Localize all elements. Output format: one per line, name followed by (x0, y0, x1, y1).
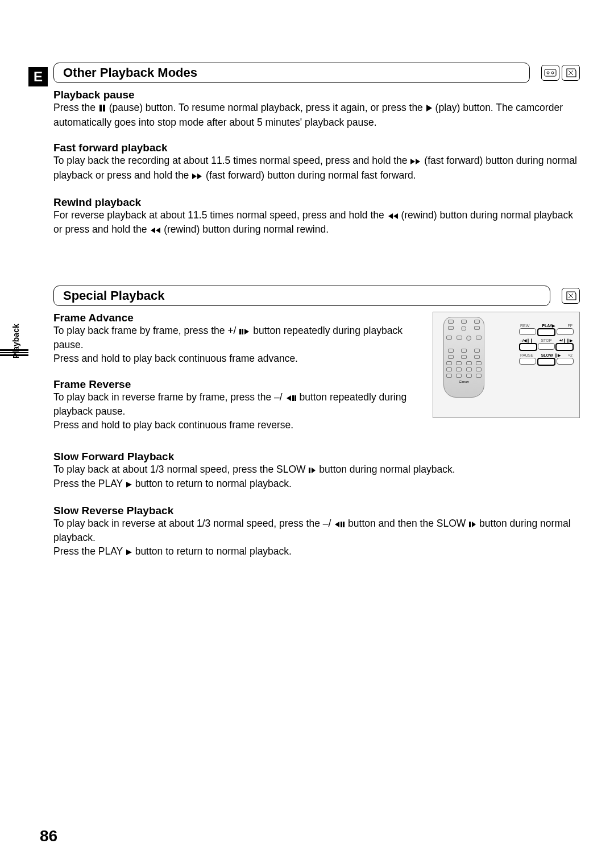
memory-card-icon (565, 291, 577, 301)
svg-marker-20 (244, 329, 249, 334)
svg-marker-9 (416, 159, 420, 164)
slow-forward-icon (308, 464, 316, 478)
play-icon (126, 546, 132, 560)
svg-rect-5 (99, 105, 102, 111)
svg-point-2 (551, 72, 554, 74)
text-slow-reverse: To play back in reverse at about 1/3 nor… (53, 517, 580, 560)
text-fragment: To play back in reverse at about 1/3 nor… (53, 518, 331, 529)
svg-rect-22 (292, 395, 294, 401)
text-fragment: Press and hold to play back continuous f… (53, 353, 298, 364)
label-slow: SLOW (541, 353, 553, 357)
text-fragment: For reverse playback at about 11.5 times… (53, 209, 387, 221)
svg-marker-25 (312, 468, 316, 473)
svg-rect-28 (341, 522, 342, 527)
frame-reverse-icon (285, 392, 297, 406)
text-fragment: (rewind) button during normal rewind. (164, 224, 329, 235)
svg-rect-6 (103, 105, 105, 111)
text-fragment: button during normal playback. (319, 464, 455, 475)
remote-control-illustration: Canon REW PLAY▶ FF –/◀❙❙ STOP +/❙❙▶ PAUS… (433, 312, 580, 418)
subheading-slow-forward: Slow Forward Playback (53, 450, 580, 463)
svg-point-1 (547, 72, 549, 74)
card-mode-icon (562, 288, 580, 304)
svg-marker-32 (126, 549, 132, 555)
pause-icon (98, 102, 106, 116)
label-stop: STOP (541, 338, 551, 343)
svg-marker-27 (335, 522, 339, 527)
remote-brand-label: Canon (444, 380, 484, 383)
section-title-other-playback: Other Playback Modes (53, 63, 530, 83)
remote-body-icon: Canon (443, 317, 484, 398)
text-fragment: Press the PLAY (53, 478, 126, 489)
play-icon (426, 102, 433, 116)
text-fragment: To play back the recording at about 11.5… (53, 155, 410, 166)
text-rewind: For reverse playback at about 11.5 times… (53, 209, 580, 238)
svg-marker-26 (126, 482, 132, 487)
svg-rect-23 (294, 395, 296, 401)
subheading-slow-reverse: Slow Reverse Playback (53, 505, 580, 517)
label-x2: ×2 (568, 353, 572, 358)
cassette-icon (544, 69, 557, 77)
section-title-special-playback: Special Playback (53, 286, 550, 306)
slow-forward-icon (468, 518, 476, 532)
page-number: 86 (40, 827, 57, 845)
text-fragment: Press and hold to play back continuous f… (53, 419, 293, 431)
text-playback-pause: Press the (pause) button. To resume norm… (53, 101, 580, 129)
svg-rect-19 (242, 329, 243, 334)
text-fragment: button to return to normal playback. (135, 545, 292, 557)
svg-marker-21 (287, 395, 291, 401)
label-rew: REW (520, 324, 529, 328)
text-fragment: button and then the SLOW (348, 518, 468, 529)
label-ff: FF (567, 324, 572, 328)
svg-rect-0 (545, 69, 556, 76)
svg-marker-11 (197, 173, 202, 179)
text-fast-forward: To play back the recording at about 11.5… (53, 154, 580, 183)
label-play: PLAY (542, 324, 552, 328)
text-fragment: To play back in reverse frame by frame, … (53, 391, 283, 403)
svg-marker-15 (151, 228, 155, 233)
svg-marker-12 (393, 213, 398, 219)
text-fragment: (fast forward) button during normal fast… (206, 170, 416, 181)
svg-rect-18 (239, 329, 241, 334)
memory-card-icon (565, 68, 577, 78)
frame-advance-icon (239, 325, 250, 339)
tape-mode-icon (541, 65, 559, 81)
label-frame-rev: –/ (520, 338, 524, 342)
rewind-icon (150, 224, 161, 238)
svg-marker-31 (472, 522, 476, 527)
text-fragment: Press the PLAY (53, 545, 126, 557)
fast-forward-icon (192, 170, 203, 184)
svg-marker-10 (192, 173, 197, 179)
label-frame-adv: +/ (559, 338, 563, 342)
card-mode-icon (562, 65, 580, 81)
svg-marker-14 (156, 228, 160, 233)
frame-reverse-icon (334, 518, 345, 532)
svg-marker-7 (426, 105, 432, 111)
svg-rect-24 (309, 468, 310, 473)
svg-marker-13 (388, 213, 393, 219)
label-pause: PAUSE (520, 353, 533, 358)
svg-rect-30 (469, 522, 471, 527)
text-fragment: (pause) button. To resume normal playbac… (109, 102, 426, 113)
subheading-fast-forward: Fast forward playback (53, 142, 580, 154)
fast-forward-icon (410, 155, 421, 169)
play-icon (126, 478, 132, 492)
rewind-icon (387, 210, 399, 224)
subheading-playback-pause: Playback pause (53, 89, 580, 101)
svg-rect-29 (343, 522, 345, 527)
subheading-rewind: Rewind playback (53, 196, 580, 209)
text-fragment: To play back at about 1/3 normal speed, … (53, 464, 308, 475)
text-slow-forward: To play back at about 1/3 normal speed, … (53, 463, 580, 492)
text-fragment: To play back frame by frame, press the +… (53, 325, 239, 336)
remote-button-detail: REW PLAY▶ FF –/◀❙❙ STOP +/❙❙▶ PAUSE SLOW… (519, 324, 574, 368)
text-fragment: button to return to normal playback. (135, 478, 292, 489)
side-category-tab: Playback (11, 324, 20, 358)
svg-marker-8 (410, 159, 415, 164)
text-fragment: Press the (53, 102, 98, 113)
